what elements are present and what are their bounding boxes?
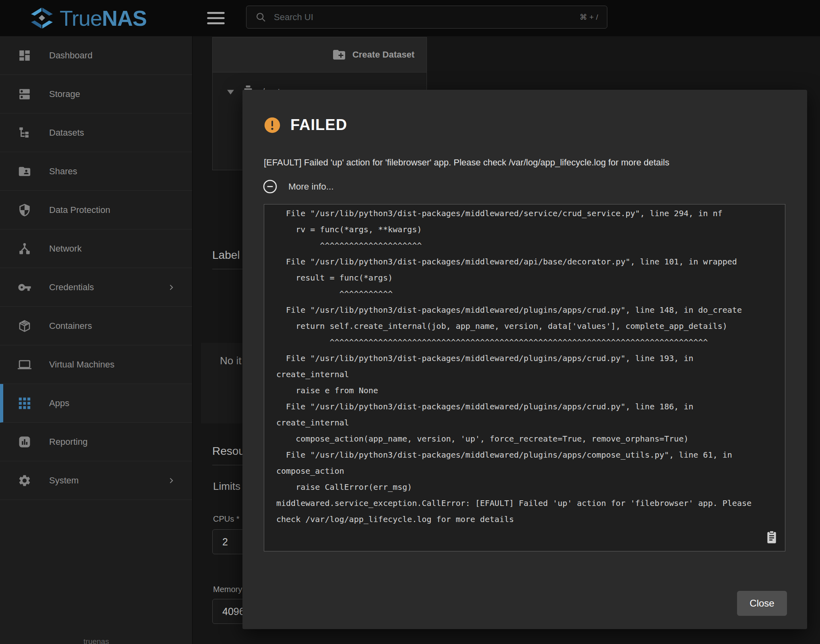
memory-label: Memory <box>213 585 242 594</box>
sidebar-item-label: Reporting <box>49 437 87 447</box>
sidebar-item-containers[interactable]: Containers <box>0 307 192 345</box>
sidebar-item-virtual-machines[interactable]: Virtual Machines <box>0 345 192 384</box>
sidebar-item-label: Dashboard <box>49 50 93 61</box>
sidebar-item-dashboard[interactable]: Dashboard <box>0 36 192 75</box>
traceback-line: File "/usr/lib/python3/dist-packages/mid… <box>276 302 778 318</box>
more-info-label: More info... <box>288 182 334 192</box>
laptop-icon <box>18 358 31 372</box>
sidebar-item-label: Containers <box>49 321 92 331</box>
brand-true: True <box>60 6 102 30</box>
key-icon <box>18 281 31 294</box>
no-items-text: No it <box>220 355 241 367</box>
traceback-line: File "/usr/lib/python3/dist-packages/mid… <box>276 398 778 415</box>
create-dataset-label: Create Dataset <box>352 50 414 60</box>
sidebar-item-label: System <box>49 475 79 486</box>
storage-icon <box>18 87 31 101</box>
copy-to-clipboard-button[interactable] <box>765 530 779 545</box>
bar-chart-icon <box>18 435 31 449</box>
search-icon <box>255 12 267 23</box>
sidebar-item-reporting[interactable]: Reporting <box>0 423 192 461</box>
traceback-line: ^^^^^^^^^^^ <box>276 286 778 302</box>
traceback-line: middlewared.service_exception.CallError:… <box>276 495 778 511</box>
network-icon <box>18 242 31 256</box>
traceback-line: raise e from None <box>276 382 778 398</box>
traceback-line: File "/usr/lib/python3/dist-packages/mid… <box>276 447 778 463</box>
dialog-title: FAILED <box>290 116 347 134</box>
sidebar-item-label: Apps <box>49 398 69 409</box>
traceback-line: result = func(*args) <box>276 270 778 286</box>
sidebar-item-system[interactable]: System <box>0 461 192 500</box>
failed-dialog: FAILED [EFAULT] Failed 'up' action for '… <box>242 90 807 629</box>
sidebar-item-credentials[interactable]: Credentials <box>0 268 192 307</box>
traceback-line: compose_action(app_name, version, 'up', … <box>276 431 778 447</box>
sidebar-item-shares[interactable]: Shares <box>0 152 192 191</box>
sidebar-item-datasets[interactable]: Datasets <box>0 114 192 152</box>
gear-icon <box>18 474 31 487</box>
expander-triangle-icon[interactable] <box>227 90 234 95</box>
folder-plus-icon <box>332 47 346 62</box>
dashboard-icon <box>18 49 31 62</box>
hamburger-icon <box>207 11 225 25</box>
create-dataset-button[interactable]: Create Dataset <box>329 47 417 62</box>
sidebar-item-label: Storage <box>49 89 80 99</box>
limits-label: Limits <box>213 480 240 493</box>
sidebar-footer-hostname: truenas <box>0 637 193 644</box>
sidebar-item-label: Network <box>49 244 82 254</box>
dialog-title-row: FAILED <box>264 116 347 134</box>
sidebar-item-apps[interactable]: Apps <box>0 384 192 423</box>
traceback-line: compose_action <box>276 463 778 479</box>
chevron-right-icon <box>167 477 175 485</box>
sidebar-item-data-protection[interactable]: Data Protection <box>0 191 192 229</box>
close-button[interactable]: Close <box>737 591 787 616</box>
grid-icon <box>18 396 31 410</box>
sidebar-item-storage[interactable]: Storage <box>0 75 192 114</box>
traceback-block[interactable]: File "/usr/lib/python3/dist-packages/mid… <box>264 204 785 551</box>
top-bar: TrueNAS ⌘ + / <box>0 0 820 36</box>
traceback-line: return self.create_internal(job, app_nam… <box>276 318 778 334</box>
resources-section-header: Resou <box>212 445 245 458</box>
dialog-message: [EFAULT] Failed 'up' action for 'filebro… <box>264 157 787 168</box>
traceback-line: create_internal <box>276 366 778 382</box>
datasets-icon <box>18 126 31 140</box>
traceback-line: check /var/log/app_lifecycle.log for mor… <box>276 511 778 527</box>
sidebar: Dashboard Storage Datasets Shares Data P… <box>0 36 193 644</box>
sidebar-item-network[interactable]: Network <box>0 229 192 268</box>
minus-circle-icon <box>263 179 277 194</box>
sidebar-item-label: Datasets <box>49 128 84 138</box>
traceback-line: File "/usr/lib/python3/dist-packages/mid… <box>276 254 778 270</box>
sidebar-item-label: Credentials <box>49 282 94 293</box>
sidenav-toggle-button[interactable] <box>206 11 226 26</box>
chevron-right-icon <box>167 283 175 291</box>
brand-nas: NAS <box>102 6 147 30</box>
shield-icon <box>18 203 31 217</box>
shares-icon <box>18 165 31 178</box>
traceback-line: create_internal <box>276 415 778 431</box>
brand-text: TrueNAS <box>60 6 147 31</box>
truenas-logo-icon <box>29 6 55 29</box>
cube-icon <box>18 319 31 333</box>
search-shortcut: ⌘ + / <box>580 12 598 22</box>
sidebar-item-label: Data Protection <box>49 205 110 215</box>
traceback-line: ^^^^^^^^^^^^^^^^^^^^^^^^^^^^^^^^^^^^^^^^… <box>276 334 778 350</box>
sidebar-item-label: Virtual Machines <box>49 359 114 370</box>
labels-section-header: Label <box>212 249 240 262</box>
warning-icon <box>264 117 281 134</box>
clipboard-icon <box>765 530 778 545</box>
sidebar-item-label: Shares <box>49 166 77 177</box>
cpus-label: CPUs * <box>213 514 240 524</box>
more-info-toggle[interactable]: More info... <box>263 179 334 194</box>
traceback-line: File "/usr/lib/python3/dist-packages/mid… <box>276 205 778 221</box>
traceback-line: ^^^^^^^^^^^^^^^^^^^^^ <box>276 237 778 254</box>
traceback-line: raise CallError(err_msg) <box>276 479 778 495</box>
traceback-line: File "/usr/lib/python3/dist-packages/mid… <box>276 350 778 366</box>
tree-toolbar: Create Dataset <box>213 37 427 72</box>
traceback-line: rv = func(*args, **kwargs) <box>276 221 778 237</box>
search-bar[interactable]: ⌘ + / <box>246 6 607 29</box>
search-input[interactable] <box>273 12 580 23</box>
truenas-window: TrueNAS ⌘ + / Dashboard Storage D <box>0 0 820 644</box>
